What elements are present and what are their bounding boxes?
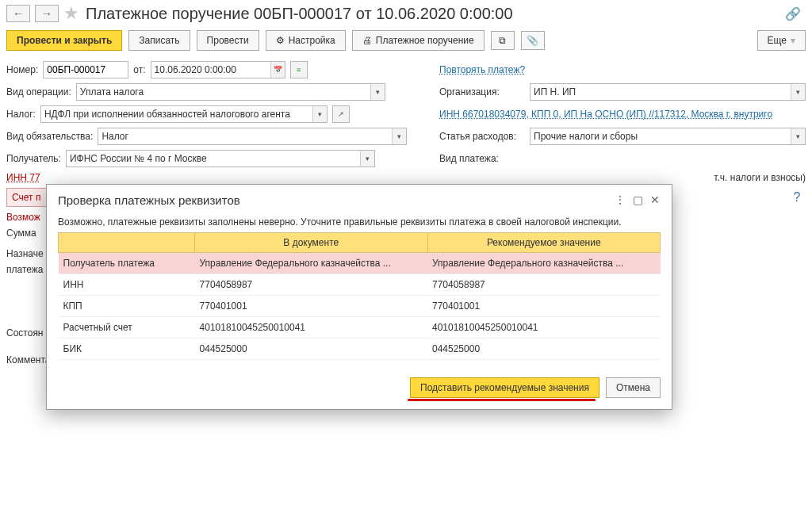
chevron-down-icon[interactable]: ▾: [791, 128, 805, 144]
number-label: Номер:: [6, 64, 38, 75]
purpose2-partial-label: платежа: [6, 264, 44, 275]
save-button[interactable]: Записать: [128, 30, 190, 51]
related-docs-button[interactable]: ⧉: [491, 31, 515, 50]
print-button[interactable]: 🖨 Платежное поручение: [352, 30, 485, 51]
dialog-close-button[interactable]: ✕: [646, 191, 664, 209]
paperclip-icon: 📎: [527, 35, 538, 46]
dialog-maximize-button[interactable]: ▢: [629, 191, 646, 209]
expense-item-label: Статья расходов:: [439, 131, 525, 142]
expense-item-value: Прочие налоги и сборы: [530, 128, 791, 144]
printer-icon: 🖨: [362, 35, 372, 46]
account-partial-label: Счет п: [6, 188, 48, 207]
favorite-star-icon[interactable]: ★: [63, 3, 79, 24]
row-doc-value: Управление Федерального казначейства ...: [195, 253, 427, 274]
highlight-underline: [408, 399, 596, 401]
dialog-menu-button[interactable]: ⋮: [611, 191, 629, 209]
gear-icon: ⚙: [276, 35, 285, 46]
settings-button[interactable]: ⚙ Настройка: [266, 30, 346, 51]
row-name: Получатель платежа: [59, 253, 195, 274]
table-header-rec: Рекомендуемое значение: [427, 233, 661, 253]
table-header-blank: [59, 233, 195, 253]
table-row[interactable]: КПП770401001770401001: [59, 296, 661, 317]
structure-icon: ⧉: [499, 35, 506, 46]
number-input[interactable]: [43, 61, 128, 78]
row-doc-value: 770401001: [195, 296, 427, 317]
chevron-down-icon[interactable]: ▾: [392, 128, 406, 144]
row-rec-value: 7704058987: [427, 274, 661, 296]
row-rec-value: 40101810045250010041: [427, 317, 661, 339]
tax-label: Налог:: [6, 109, 36, 120]
obligation-type-select[interactable]: Налог ▾: [98, 128, 407, 145]
dialog-message: Возможно, платежные реквизиты заполнены …: [58, 216, 661, 228]
row-name: КПП: [59, 296, 195, 317]
from-label: от:: [133, 64, 145, 75]
repeat-payment-link[interactable]: Повторять платеж?: [439, 64, 525, 75]
date-value: 10.06.2020 0:00:00: [151, 62, 270, 78]
calendar-icon[interactable]: 📅: [270, 62, 285, 78]
dialog-title: Проверка платежных реквизитов: [58, 193, 611, 207]
date-mode-button[interactable]: ≡: [290, 61, 308, 78]
nav-forward-button[interactable]: →: [35, 5, 59, 22]
settings-button-label: Настройка: [289, 35, 335, 46]
expense-item-select[interactable]: Прочие налоги и сборы ▾: [530, 128, 806, 145]
recipient-label: Получатель:: [6, 153, 61, 164]
possible-partial-text: Возмож: [6, 212, 40, 223]
post-and-close-button[interactable]: Провести и закрыть: [6, 30, 122, 51]
chevron-down-icon[interactable]: ▾: [360, 151, 374, 166]
requisites-table: В документе Рекомендуемое значение Получ…: [58, 232, 661, 360]
row-doc-value: 7704058987: [195, 274, 427, 296]
inn-partial-link[interactable]: ИНН 77: [6, 172, 40, 183]
purpose-partial-label: Назначе: [6, 248, 44, 259]
organization-value: ИП Н. ИП: [530, 84, 791, 100]
table-row[interactable]: Расчетный счет40101810045250010041401018…: [59, 317, 661, 339]
recipient-value: ИФНС России № 4 по г Москве: [67, 151, 360, 166]
organization-label: Организация:: [439, 86, 525, 98]
operation-type-label: Вид операции:: [6, 86, 71, 98]
operation-type-value: Уплата налога: [77, 84, 370, 100]
table-row[interactable]: БИК044525000044525000: [59, 339, 661, 360]
chevron-down-icon[interactable]: ▾: [370, 84, 385, 100]
tax-value: НДФЛ при исполнении обязанностей налогов…: [41, 106, 312, 122]
tax-select[interactable]: НДФЛ при исполнении обязанностей налогов…: [40, 105, 327, 123]
state-partial-label: Состоян: [6, 327, 44, 339]
row-name: БИК: [59, 339, 195, 360]
obligation-type-value: Налог: [98, 128, 392, 144]
operation-type-select[interactable]: Уплата налога ▾: [76, 83, 385, 101]
obligation-type-label: Вид обязательства:: [6, 131, 93, 142]
organization-details-link[interactable]: ИНН 667018034079, КПП 0, ИП На ОСНО (ИП)…: [439, 109, 772, 120]
row-rec-value: 044525000: [427, 339, 661, 360]
check-requisites-dialog: Проверка платежных реквизитов ⋮ ▢ ✕ Возм…: [46, 184, 672, 410]
chevron-down-icon[interactable]: ▾: [312, 106, 327, 122]
row-rec-value: Управление Федерального казначейства ...: [427, 253, 661, 274]
date-input[interactable]: 10.06.2020 0:00:00 📅: [151, 61, 285, 78]
row-doc-value: 044525000: [195, 339, 427, 360]
payment-type-label: Вид платежа:: [439, 153, 525, 164]
tax-inclusive-text: т.ч. налоги и взносы): [714, 172, 806, 183]
organization-select[interactable]: ИП Н. ИП ▾: [530, 83, 806, 101]
table-header-doc: В документе: [195, 233, 427, 253]
cancel-button[interactable]: Отмена: [606, 377, 661, 398]
row-rec-value: 770401001: [427, 296, 661, 317]
more-button-label: Еще: [768, 35, 787, 46]
post-button[interactable]: Провести: [197, 30, 259, 51]
sum-partial-label: Сумма: [6, 228, 36, 239]
row-doc-value: 40101810045250010041: [195, 317, 427, 339]
print-button-label: Платежное поручение: [376, 35, 474, 46]
nav-back-button[interactable]: ←: [6, 5, 30, 22]
table-row[interactable]: ИНН77040589877704058987: [59, 274, 661, 296]
apply-recommended-button[interactable]: Подставить рекомендуемые значения: [410, 377, 599, 398]
tax-open-button[interactable]: ↗: [332, 105, 350, 123]
row-name: ИНН: [59, 274, 195, 296]
more-button[interactable]: Еще ▾: [757, 30, 806, 51]
chevron-down-icon: ▾: [791, 35, 795, 46]
chevron-down-icon[interactable]: ▾: [791, 84, 805, 100]
table-row[interactable]: Получатель платежаУправление Федеральног…: [59, 253, 661, 274]
row-name: Расчетный счет: [59, 317, 195, 339]
document-title: Платежное поручение 00БП-000017 от 10.06…: [86, 5, 780, 23]
attach-button[interactable]: 📎: [521, 31, 545, 50]
permalink-icon[interactable]: 🔗: [785, 6, 801, 21]
recipient-select[interactable]: ИФНС России № 4 по г Москве ▾: [66, 150, 375, 167]
help-icon[interactable]: ?: [788, 189, 806, 206]
